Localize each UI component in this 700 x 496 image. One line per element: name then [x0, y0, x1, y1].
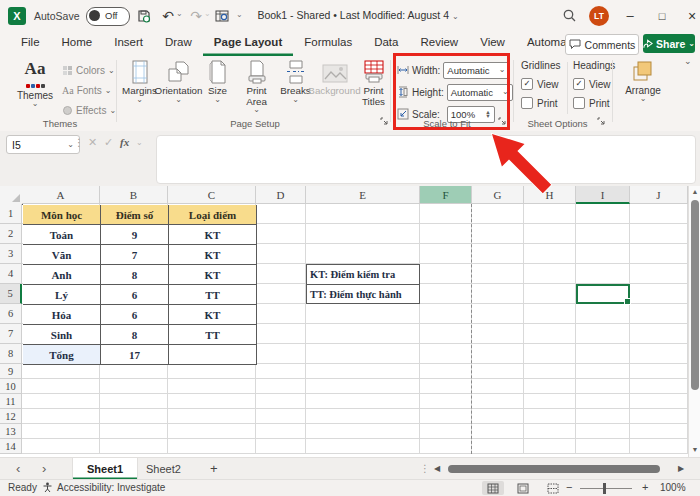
row-header-1[interactable]: 1	[0, 204, 22, 224]
orientation-button[interactable]: Orientation⌄	[159, 58, 198, 113]
accessibility-status[interactable]: Accessibility: Investigate	[42, 482, 165, 493]
comments-button[interactable]: Comments	[565, 34, 639, 55]
confirm-entry-icon[interactable]: ✓	[104, 136, 113, 149]
table-cell[interactable]: Điểm số	[101, 205, 169, 225]
table-cell[interactable]: 8	[101, 325, 169, 345]
formula-input[interactable]	[156, 135, 696, 184]
sheet-tab-sheet1[interactable]: Sheet1	[72, 458, 138, 480]
vertical-scrollbar-thumb[interactable]	[691, 200, 699, 390]
avatar[interactable]: LT	[589, 6, 609, 26]
next-sheet-icon[interactable]: ›	[42, 461, 46, 476]
gridlines-view-checkbox[interactable]: View	[521, 78, 565, 90]
table-cell[interactable]: 6	[101, 285, 169, 305]
column-header-A[interactable]: A	[22, 186, 100, 204]
page-setup-dialog-launcher-icon[interactable]	[380, 117, 390, 127]
maximize-button[interactable]: □	[650, 4, 674, 28]
column-header-E[interactable]: E	[306, 186, 420, 204]
column-header-I[interactable]: I	[576, 186, 630, 204]
ribbon-tab-file[interactable]: File	[10, 32, 51, 56]
minimize-button[interactable]: –	[618, 4, 642, 28]
row-header-11[interactable]: 11	[0, 394, 22, 409]
table-cell[interactable]: 8	[101, 265, 169, 285]
table-cell[interactable]: Loại điểm	[169, 205, 257, 225]
column-header-C[interactable]: C	[168, 186, 256, 204]
table-cell[interactable]: Anh	[23, 265, 101, 285]
table-cell[interactable]: Toán	[23, 225, 101, 245]
share-button[interactable]: Share ⌄	[643, 34, 695, 53]
table-cell[interactable]: Hóa	[23, 305, 101, 325]
table-cell[interactable]: 7	[101, 245, 169, 265]
table-cell[interactable]: Văn	[23, 245, 101, 265]
row-header-2[interactable]: 2	[0, 224, 22, 244]
row-header-10[interactable]: 10	[0, 379, 22, 394]
previous-sheet-icon[interactable]: ‹	[16, 461, 20, 476]
scroll-up-icon[interactable]: ▲	[689, 188, 700, 195]
scroll-left-icon[interactable]: ◀	[434, 464, 440, 473]
table-cell[interactable]: Tổng	[23, 345, 101, 365]
row-header-4[interactable]: 4	[0, 264, 22, 284]
ribbon-tab-insert[interactable]: Insert	[103, 32, 154, 56]
table-cell[interactable]: 6	[101, 305, 169, 325]
ribbon-tab-page-layout[interactable]: Page Layout	[203, 32, 293, 56]
selected-cell-outline[interactable]	[576, 284, 630, 304]
title-chevron-icon[interactable]: ⌄	[452, 12, 459, 21]
headings-view-checkbox[interactable]: View	[573, 78, 617, 90]
workbook-title[interactable]: Book1 - Shared • Last Modified: August 4…	[228, 9, 488, 21]
formula-bar-chevron-icon[interactable]: ⌄	[136, 140, 143, 146]
insert-function-button[interactable]: fx	[120, 136, 129, 148]
zoom-level[interactable]: 100%	[660, 482, 686, 493]
row-header-3[interactable]: 3	[0, 244, 22, 264]
zoom-in-icon[interactable]: +	[642, 481, 648, 493]
row-header-12[interactable]: 12	[0, 409, 22, 424]
column-header-B[interactable]: B	[100, 186, 168, 204]
table-cell[interactable]: Môn học	[23, 205, 101, 225]
table-cell[interactable]: KT	[169, 305, 257, 325]
table-cell[interactable]: KT	[169, 265, 257, 285]
size-button[interactable]: Size⌄	[198, 58, 237, 113]
row-header-7[interactable]: 7	[0, 324, 22, 344]
page-break-preview-icon[interactable]	[542, 481, 564, 495]
cancel-entry-icon[interactable]: ✕	[88, 136, 97, 149]
name-box[interactable]: I5 ⌄	[6, 135, 80, 154]
zoom-slider-handle[interactable]	[603, 483, 606, 494]
formula-bar-drag-handle[interactable]: ⋮	[74, 137, 84, 148]
vertical-scrollbar[interactable]: ▲ ▼	[688, 186, 700, 457]
table-cell[interactable]: 9	[101, 225, 169, 245]
select-all-corner[interactable]	[0, 186, 23, 205]
table-cell[interactable]: Lý	[23, 285, 101, 305]
row-header-14[interactable]: 14	[0, 439, 22, 454]
gridlines-print-checkbox[interactable]: Print	[521, 97, 565, 109]
row-header-5[interactable]: 5	[0, 284, 22, 304]
fonts-button[interactable]: Aa Fonts⌄	[62, 82, 111, 99]
table-cell[interactable]	[169, 345, 257, 365]
row-header-6[interactable]: 6	[0, 304, 22, 324]
excel-app-icon[interactable]: X	[8, 7, 26, 25]
headings-print-checkbox[interactable]: Print	[573, 97, 617, 109]
tab-split-handle[interactable]: ⋮	[420, 463, 430, 474]
table-cell[interactable]: KT	[169, 245, 257, 265]
themes-button[interactable]: Aa Themes ⌄	[12, 59, 58, 107]
effects-button[interactable]: Effects⌄	[62, 102, 116, 119]
page-layout-view-icon[interactable]	[512, 481, 534, 495]
row-header-13[interactable]: 13	[0, 424, 22, 439]
column-header-F[interactable]: F	[420, 186, 472, 204]
zoom-out-icon[interactable]: −	[566, 481, 572, 493]
cells-area[interactable]: Môn họcĐiểm sốLoại điểmToán9KTVăn7KTAnh8…	[22, 204, 688, 454]
zoom-slider-track[interactable]	[580, 488, 632, 489]
row-header-8[interactable]: 8	[0, 344, 22, 364]
scroll-right-icon[interactable]: ▶	[678, 464, 684, 473]
table-cell[interactable]: Sinh	[23, 325, 101, 345]
print-titles-button[interactable]: Print Titles	[354, 58, 393, 113]
table-cell[interactable]: TT	[169, 285, 257, 305]
fill-handle[interactable]	[624, 298, 631, 305]
colors-button[interactable]: Colors⌄	[62, 62, 115, 79]
table-cell[interactable]: TT	[169, 325, 257, 345]
add-sheet-button[interactable]: +	[210, 461, 218, 476]
table-cell[interactable]: 17	[101, 345, 169, 365]
ribbon-tab-home[interactable]: Home	[51, 32, 104, 56]
ribbon-tab-draw[interactable]: Draw	[154, 32, 203, 56]
sheet-options-dialog-launcher-icon[interactable]	[597, 117, 607, 127]
arrange-button[interactable]: Arrange ⌄	[620, 59, 666, 102]
normal-view-icon[interactable]	[482, 481, 504, 495]
search-icon[interactable]	[562, 8, 577, 23]
